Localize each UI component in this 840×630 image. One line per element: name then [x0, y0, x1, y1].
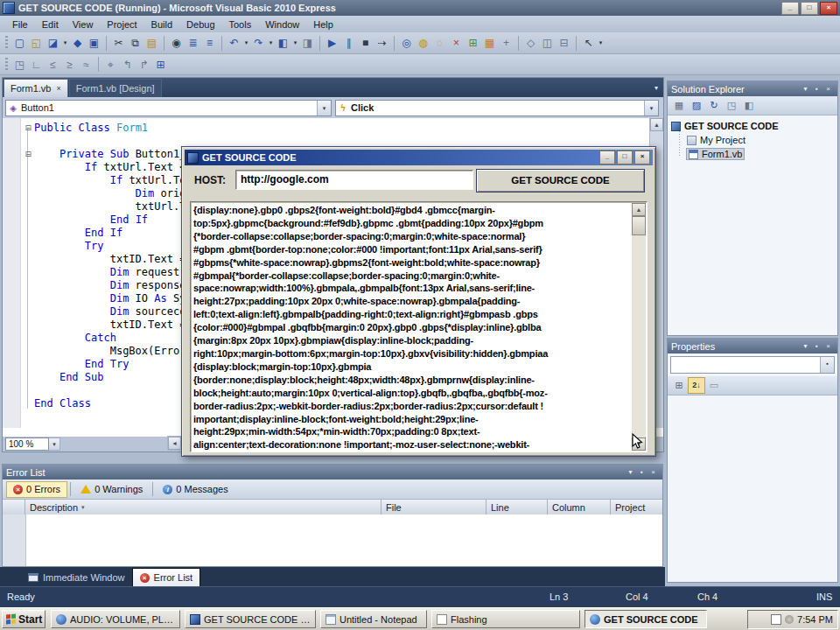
toolbox-icon[interactable]: + — [498, 34, 514, 52]
menu-item[interactable]: Help — [306, 18, 340, 32]
collapse-box-icon[interactable] — [3, 187, 34, 200]
taskbar-item[interactable]: Untitled - Notepad — [320, 610, 427, 628]
menu-item[interactable]: Edit — [35, 18, 66, 32]
collapse-box-icon[interactable] — [3, 227, 34, 240]
close-button[interactable]: × — [820, 2, 837, 15]
collapse-box-icon[interactable] — [3, 279, 34, 292]
close-panel-icon[interactable]: × — [648, 468, 659, 476]
source-code-textbox[interactable]: {display:none}.gbp0 .gbps2{font-weight:b… — [190, 201, 648, 452]
show-all-files-icon[interactable]: ▨ — [688, 97, 705, 114]
collapse-box-icon[interactable] — [3, 214, 34, 227]
column-header-column[interactable]: Column — [548, 500, 611, 514]
collapse-box-icon[interactable] — [3, 240, 34, 253]
indent-less-icon[interactable]: ≤ — [45, 56, 61, 74]
undo-caret-icon[interactable]: ▾ — [242, 34, 250, 52]
menu-item[interactable]: File — [5, 18, 35, 32]
collapse-box-icon[interactable] — [3, 174, 34, 187]
redo-icon[interactable]: ↷ — [250, 34, 267, 52]
menu-item[interactable]: Window — [258, 18, 306, 32]
column-header-project[interactable]: Project — [611, 500, 662, 514]
find-symbol-icon[interactable]: ◉ — [168, 34, 185, 52]
scroll-up-icon[interactable]: ▲ — [632, 203, 646, 216]
add-item-icon[interactable]: ◪ — [45, 34, 61, 52]
collapse-box-icon[interactable] — [3, 253, 34, 266]
start-debug-icon[interactable]: ▶ — [324, 34, 340, 52]
source-code-text[interactable]: {display:none}.gbp0 .gbps2{font-weight:b… — [193, 204, 630, 450]
add-item-caret-icon[interactable]: ▾ — [61, 34, 69, 52]
float-window-icon[interactable]: ◫ — [539, 34, 556, 52]
paste-icon[interactable]: ▤ — [144, 34, 160, 52]
navigate-caret-icon[interactable]: ▾ — [291, 34, 299, 52]
column-header-line[interactable]: Line — [486, 500, 548, 514]
error-grid-body[interactable] — [3, 514, 662, 566]
zoom-caret-icon[interactable]: ▾ — [49, 438, 60, 451]
uncomment-icon[interactable]: ≡ — [201, 34, 218, 52]
window-position-caret-icon[interactable]: ▾ — [625, 468, 636, 476]
collapse-box-icon[interactable] — [3, 371, 34, 384]
dock-window-icon[interactable]: ⊟ — [556, 34, 572, 52]
properties-window-icon[interactable]: ▦ — [481, 34, 498, 52]
get-source-code-button[interactable]: GET SOURCE CODE — [476, 169, 645, 192]
event-dropdown[interactable]: ϟ Click ▾ — [335, 100, 659, 116]
view-code-icon[interactable]: ◳ — [723, 97, 740, 114]
properties-object-dropdown[interactable]: ▪ — [670, 356, 835, 374]
collapse-box-icon[interactable] — [3, 200, 34, 214]
menu-item[interactable]: Build — [144, 18, 179, 32]
add-reference-icon[interactable]: ⊞ — [465, 34, 481, 52]
view-designer-icon[interactable]: ◧ — [740, 97, 758, 114]
column-header-file[interactable]: File — [382, 500, 486, 514]
close-button[interactable]: × — [634, 150, 650, 164]
zoom-level[interactable]: 100 % — [5, 438, 49, 451]
messages-filter-button[interactable]: i 0 Messages — [156, 481, 234, 498]
navigate-window-icon[interactable]: ◧ — [275, 34, 291, 52]
display-browser-icon[interactable]: ◳ — [11, 56, 28, 74]
break-all-icon[interactable]: ∥ — [340, 34, 357, 52]
collapse-box-icon[interactable] — [3, 135, 34, 148]
collapse-box-icon[interactable] — [3, 161, 34, 174]
tray-clock-icon[interactable] — [785, 615, 794, 624]
scroll-left-icon[interactable]: ◄ — [168, 437, 181, 450]
chevron-down-icon[interactable]: ▾ — [317, 101, 331, 116]
prev-bookmark-icon[interactable]: ↰ — [119, 56, 136, 74]
toolbar-grip[interactable] — [5, 58, 8, 72]
menu-item[interactable]: Tools — [222, 18, 259, 32]
refresh-icon[interactable]: ↻ — [705, 97, 723, 114]
maximize-button[interactable]: □ — [801, 2, 818, 15]
taskbar-item[interactable]: GET SOURCE CODE (Run... — [185, 610, 316, 628]
collapse-box-icon[interactable] — [3, 345, 34, 358]
bookmark-icon[interactable]: ⌖ — [102, 56, 119, 74]
comment-icon[interactable]: ≣ — [185, 34, 201, 52]
quick-replace-icon[interactable]: ◌ — [431, 34, 448, 52]
new-project-icon[interactable]: ▢ — [11, 34, 28, 52]
maximize-button[interactable]: □ — [617, 150, 633, 164]
find-icon[interactable]: ◎ — [398, 34, 415, 52]
comment-block-icon[interactable]: ⊞ — [152, 56, 169, 74]
scroll-up-icon[interactable]: ▲ — [650, 118, 663, 131]
categorized-icon[interactable]: ⊞ — [670, 377, 688, 394]
undo-icon[interactable]: ↶ — [226, 34, 242, 52]
column-header-blank[interactable] — [3, 500, 25, 514]
save-all-icon[interactable]: ▣ — [86, 34, 102, 52]
tree-item-project[interactable]: GET SOURCE CODE — [671, 119, 837, 133]
clock[interactable]: 7:54 PM — [797, 614, 833, 625]
auto-hide-pin-icon[interactable]: ▪ — [811, 342, 822, 350]
toolbar-grip[interactable] — [5, 36, 8, 50]
menu-item[interactable]: Debug — [179, 18, 221, 32]
tab-form1-vb[interactable]: Form1.vb × — [4, 79, 68, 97]
auto-hide-pin-icon[interactable]: ▪ — [811, 85, 822, 93]
tab-close-icon[interactable]: × — [56, 84, 60, 93]
open-file-icon[interactable]: ◱ — [28, 34, 45, 52]
collapse-box-icon[interactable] — [3, 292, 34, 305]
chevron-down-icon[interactable]: ▾ — [644, 101, 658, 116]
collapse-box-icon[interactable] — [3, 266, 34, 279]
indent-more-icon[interactable]: ≥ — [61, 56, 78, 74]
find-next-icon[interactable]: ◨ — [299, 34, 316, 52]
outline-icon[interactable]: ∟ — [28, 56, 45, 74]
collapse-box-icon[interactable] — [3, 384, 34, 397]
warnings-filter-button[interactable]: 0 Warnings — [74, 481, 150, 498]
taskbar-item[interactable]: Flashing — [431, 610, 580, 628]
close-panel-icon[interactable]: × — [822, 342, 834, 350]
auto-hide-pin-icon[interactable]: ▪ — [636, 468, 648, 476]
step-over-icon[interactable]: ⇢ — [374, 34, 390, 52]
tab-list-caret-icon[interactable]: ▾ — [654, 84, 658, 92]
